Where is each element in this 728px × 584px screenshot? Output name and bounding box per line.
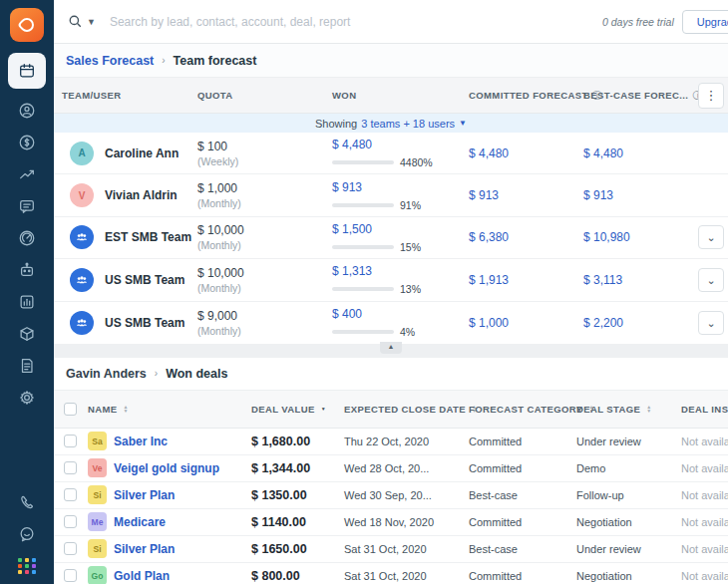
sidebar-item-goals[interactable] [8, 223, 46, 253]
dot [25, 558, 29, 562]
deal-close-date: Sat 31 Oct, 2020 [344, 570, 469, 582]
deal-stage: Negotiation [576, 516, 681, 528]
chevron-down-icon[interactable]: ▼ [459, 119, 467, 128]
row-checkbox[interactable] [64, 515, 77, 528]
forecast-row: A Caroline Ann $ 100 (Weekly) $ 4,480 44… [54, 133, 728, 174]
column-label: DEAL VALUE [251, 404, 315, 415]
expand-team-button[interactable]: ⌄ [698, 225, 724, 249]
column-deal-insights[interactable]: DEAL INSIGHTS [681, 404, 728, 415]
sidebar-item-reports[interactable] [8, 159, 46, 189]
deal-close-date: Thu 22 Oct, 2020 [344, 436, 469, 447]
row-checkbox[interactable] [64, 542, 77, 555]
deal-name-link[interactable]: Veigel gold signup [114, 461, 219, 475]
quota-amount: $ 100 [197, 140, 332, 153]
quota-period: (Monthly) [197, 197, 332, 209]
deal-avatar: Sa [88, 432, 107, 450]
column-won[interactable]: WON [332, 90, 469, 101]
expand-team-button[interactable]: ⌄ [698, 311, 724, 335]
sidebar-item-forecast[interactable] [8, 53, 46, 89]
committed-amount-link[interactable]: $ 4,480 [469, 146, 583, 160]
best-case-amount-link[interactable]: $ 10,980 [583, 230, 698, 244]
deal-name-link[interactable]: Silver Plan [114, 542, 175, 556]
breadcrumb-sales-forecast[interactable]: Sales Forecast [66, 54, 154, 68]
won-amount-link[interactable]: $ 400 [332, 307, 469, 321]
column-deal-value[interactable]: DEAL VALUE ▼ [251, 404, 344, 415]
trial-status: 0 days free trial [602, 16, 674, 28]
sidebar-item-analytics[interactable] [8, 287, 46, 317]
sidebar-item-contacts[interactable] [8, 96, 46, 126]
won-amount-link[interactable]: $ 913 [332, 180, 469, 194]
sidebar-item-bot[interactable] [8, 255, 46, 285]
showing-teams-users-link[interactable]: 3 teams + 18 users [361, 118, 455, 130]
deal-name-link[interactable]: Gold Plan [114, 569, 170, 583]
won-amount-link[interactable]: $ 1,500 [332, 222, 469, 236]
document-icon [18, 357, 36, 375]
section-divider: ▲ [54, 344, 728, 358]
best-case-amount-link[interactable]: $ 4,480 [583, 146, 698, 160]
column-quota[interactable]: QUOTA [197, 90, 332, 101]
user-name: Vivian Aldrin [105, 188, 178, 202]
table-menu-button[interactable]: ⋮ [698, 83, 724, 109]
column-name[interactable]: NAME ▲▼ [88, 404, 251, 415]
select-all-checkbox[interactable] [64, 403, 77, 416]
deal-insight: Not available [681, 462, 728, 474]
committed-amount-link[interactable]: $ 913 [469, 188, 583, 202]
app-switcher-icon[interactable] [18, 558, 37, 574]
committed-amount-link[interactable]: $ 1,913 [469, 273, 583, 287]
chat-bubble-icon [18, 525, 36, 543]
deal-name-link[interactable]: Medicare [114, 515, 166, 529]
column-committed-forecast[interactable]: COMMITTED FORECAST ⓘ [469, 89, 583, 103]
freshworks-logo[interactable] [10, 8, 44, 42]
column-deal-stage[interactable]: DEAL STAGE ▲▼ [576, 404, 681, 415]
collapse-panel-handle[interactable]: ▲ [380, 342, 402, 354]
deal-close-date: Wed 18 Nov, 2020 [344, 516, 469, 528]
sort-icon[interactable]: ▲▼ [646, 405, 651, 413]
quota-period: (Monthly) [197, 282, 332, 294]
row-checkbox[interactable] [64, 461, 77, 474]
progress-percent: 4% [400, 326, 415, 338]
row-checkbox[interactable] [64, 488, 77, 501]
sort-desc-icon[interactable]: ▼ [321, 407, 326, 411]
row-checkbox[interactable] [64, 435, 77, 447]
deal-stage: Under review [576, 436, 681, 447]
deal-name-link[interactable]: Silver Plan [114, 488, 175, 502]
column-best-case-forecast[interactable]: BEST-CASE FOREC... ⓘ [583, 89, 698, 103]
sidebar-item-products[interactable] [8, 319, 46, 349]
team-icon [75, 316, 89, 330]
column-team-user[interactable]: TEAM/USER [62, 90, 197, 101]
search-input[interactable]: Search by lead, contact, account, deal, … [110, 15, 350, 29]
breadcrumb-won-deals: Won deals [166, 367, 227, 381]
best-case-amount-link[interactable]: $ 2,200 [583, 316, 698, 330]
dot [18, 570, 22, 574]
best-case-amount-link[interactable]: $ 913 [583, 188, 698, 202]
sidebar-item-invoices[interactable] [8, 351, 46, 381]
chevron-right-icon: › [162, 55, 165, 66]
committed-amount-link[interactable]: $ 6,380 [469, 230, 583, 244]
sidebar-item-chat[interactable] [8, 519, 46, 549]
column-expected-close-date[interactable]: EXPECTED CLOSE DATE ▲▼ [344, 404, 469, 415]
global-search[interactable]: ▼ [68, 14, 96, 29]
sidebar-item-settings[interactable] [8, 383, 46, 413]
column-label: COMMITTED FORECAST [469, 90, 588, 101]
deals-table-header: NAME ▲▼ DEAL VALUE ▼ EXPECTED CLOSE DATE… [54, 391, 728, 429]
sidebar-item-phone[interactable] [8, 487, 46, 517]
upgrade-button[interactable]: Upgrade [682, 10, 728, 34]
team-avatar [70, 268, 94, 292]
row-checkbox[interactable] [64, 569, 77, 582]
deal-insight: Not available [681, 489, 728, 501]
sort-icon[interactable]: ▲▼ [124, 405, 129, 413]
deal-name-link[interactable]: Saber Inc [114, 435, 168, 448]
won-amount-link[interactable]: $ 1,313 [332, 264, 469, 278]
breadcrumb-gavin-anders[interactable]: Gavin Anders [66, 367, 147, 381]
search-scope-caret[interactable]: ▼ [87, 17, 96, 27]
dot [25, 564, 29, 568]
committed-amount-link[interactable]: $ 1,000 [469, 316, 583, 330]
sidebar-item-deals[interactable] [8, 128, 46, 157]
column-forecast-category[interactable]: FORECAST CATEGORY ▲▼ [469, 404, 576, 415]
won-amount-link[interactable]: $ 4,480 [332, 138, 469, 151]
deal-forecast-category: Committed [469, 436, 576, 447]
dot [18, 558, 22, 562]
sidebar-item-conversations[interactable] [8, 191, 46, 221]
best-case-amount-link[interactable]: $ 3,113 [583, 273, 698, 287]
expand-team-button[interactable]: ⌄ [698, 268, 724, 292]
